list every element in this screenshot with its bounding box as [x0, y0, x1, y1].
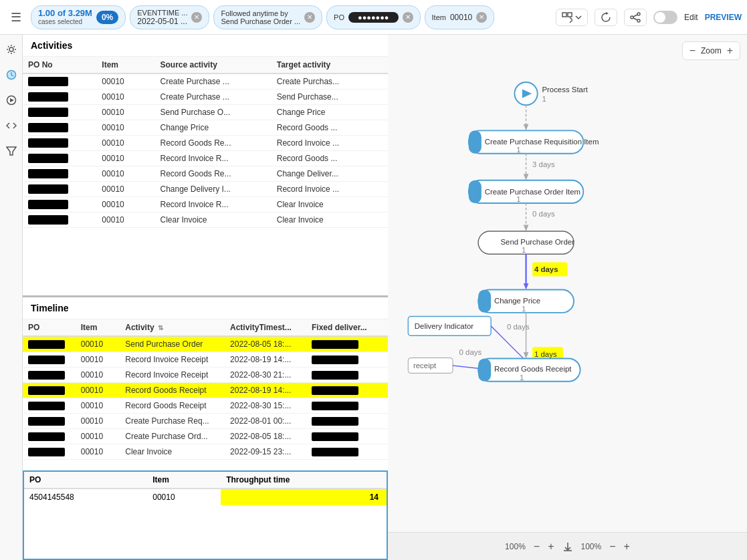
- refresh-icon-btn[interactable]: [595, 9, 617, 26]
- tl-fixed-2: [306, 368, 388, 383]
- edge-delivery-goods: [491, 326, 526, 361]
- play-icon[interactable]: [2, 91, 21, 110]
- throughput-spacer: [24, 505, 387, 559]
- tl-activity-6: Create Purchase Ord...: [120, 429, 225, 444]
- followed-close[interactable]: ✕: [304, 12, 315, 23]
- act-item-5: 00010: [96, 151, 154, 166]
- activities-row-4: 00010Record Goods Re...Record Invoice ..…: [23, 136, 388, 151]
- act-target-7: Record Invoice ...: [272, 182, 388, 197]
- create-ord-count: 1: [516, 195, 520, 203]
- followed-chip[interactable]: Followed anytime bySend Purchase Order .…: [213, 5, 322, 29]
- edge-label-1day: 1 days: [534, 350, 557, 358]
- timeline-row-5: 00010Create Purchase Req...2022-08-01 00…: [23, 414, 388, 429]
- timeline-col-po[interactable]: PO: [23, 319, 76, 336]
- act-source-9: Clear Invoice: [154, 213, 271, 228]
- timeline-col-fixed[interactable]: Fixed deliver...: [306, 319, 388, 336]
- activities-row-6: 00010Record Goods Re...Change Deliver...: [23, 166, 388, 182]
- menu-icon[interactable]: ☰: [5, 7, 27, 27]
- act-source-6: Record Goods Re...: [154, 166, 271, 182]
- timeline-col-activity[interactable]: Activity ⇅: [120, 319, 225, 336]
- cases-chip[interactable]: 1.00 of 3.29M cases selected 0%: [31, 5, 126, 29]
- timeline-scroll[interactable]: PO Item Activity ⇅ ActivityTimest... Fix…: [23, 319, 388, 470]
- clock-icon[interactable]: [2, 65, 21, 84]
- throughput-col-item[interactable]: Item: [147, 472, 221, 488]
- share-icon-btn[interactable]: [624, 9, 647, 26]
- tl-timestamp-1: 2022-08-19 14:...: [225, 352, 306, 368]
- timeline-section: Timeline PO Item Activity ⇅ ActivityTime…: [23, 295, 388, 470]
- bottom-zoom-in[interactable]: +: [548, 541, 554, 553]
- activities-scroll[interactable]: PO No Item Source activity Target activi…: [23, 57, 388, 295]
- tl-timestamp-3: 2022-08-19 14:...: [225, 383, 306, 398]
- tl-po-2: [23, 368, 76, 383]
- arrow-ord-send: [524, 225, 529, 231]
- right-panel: − Zoom + Process Start 1 Create Purchase…: [388, 35, 747, 560]
- activities-body: 00010Create Purchase ...Create Purchas..…: [23, 74, 388, 228]
- activities-row-2: 00010Send Purchase O...Change Price: [23, 105, 388, 120]
- item-chip-value: 00010: [450, 13, 472, 22]
- cases-label: cases selected: [38, 18, 92, 26]
- code-icon[interactable]: [2, 116, 21, 135]
- tl-fixed-7: [306, 444, 388, 460]
- timeline-col-timestamp[interactable]: ActivityTimest...: [225, 319, 306, 336]
- create-ord-icon-bg: [469, 180, 482, 203]
- po-chip-value: ●●●●●●●: [348, 12, 399, 23]
- po-chip[interactable]: PO ●●●●●●● ✕: [326, 5, 420, 29]
- tp-po-0: 4504145548: [24, 488, 147, 505]
- arrow-send-change: [524, 283, 529, 290]
- svg-rect-0: [562, 13, 566, 17]
- tl-timestamp-2: 2022-08-30 21:...: [225, 368, 306, 383]
- tl-fixed-3: [306, 383, 388, 398]
- throughput-section: PO Item Throughput time 4504145548000101…: [23, 470, 388, 560]
- po-close[interactable]: ✕: [403, 12, 413, 23]
- zoom-out-button[interactable]: −: [689, 45, 696, 57]
- act-target-1: Send Purchase...: [272, 90, 388, 105]
- zoom-bar: − Zoom +: [682, 41, 740, 60]
- activities-row-0: 00010Create Purchase ...Create Purchas..…: [23, 74, 388, 90]
- col-po-no[interactable]: PO No: [23, 57, 96, 74]
- download-icon[interactable]: [562, 541, 573, 552]
- timeline-row-0: 00010Send Purchase Order2022-08-05 18:..…: [23, 336, 388, 352]
- eventtime-chip[interactable]: EVENTTIME ...2022-05-01 ... ✕: [130, 5, 209, 29]
- throughput-col-time[interactable]: Throughput time: [221, 472, 387, 488]
- act-item-3: 00010: [96, 120, 154, 136]
- act-item-7: 00010: [96, 182, 154, 197]
- timeline-col-item[interactable]: Item: [76, 319, 120, 336]
- act-item-9: 00010: [96, 213, 154, 228]
- bottom-zoom-out2[interactable]: −: [609, 541, 615, 553]
- tl-item-4: 00010: [76, 398, 120, 414]
- act-po-4: [23, 136, 96, 151]
- act-po-6: [23, 166, 96, 182]
- act-item-2: 00010: [96, 105, 154, 120]
- act-source-2: Send Purchase O...: [154, 105, 271, 120]
- po-chip-label: PO: [334, 13, 344, 21]
- arrow-start-req: [524, 124, 529, 131]
- arrow-req-ord: [524, 174, 529, 180]
- record-goods-count: 1: [520, 374, 524, 382]
- svg-rect-1: [568, 13, 572, 17]
- bottom-zoom-in2[interactable]: +: [624, 541, 630, 553]
- item-close[interactable]: ✕: [476, 12, 487, 23]
- tl-po-6: [23, 429, 76, 444]
- layout-icon-btn[interactable]: [556, 9, 588, 26]
- sort-icon[interactable]: ⇅: [158, 324, 163, 331]
- edit-button[interactable]: Edit: [684, 13, 698, 22]
- settings-icon[interactable]: [2, 40, 21, 59]
- eventtime-close[interactable]: ✕: [191, 12, 202, 23]
- process-diagram: Process Start 1 Create Purchase Requisit…: [388, 68, 747, 527]
- col-item[interactable]: Item: [96, 57, 154, 74]
- tl-activity-2: Record Invoice Receipt: [120, 368, 225, 383]
- edge-label-3days: 3 days: [532, 160, 555, 168]
- zoom-in-button[interactable]: +: [727, 45, 733, 57]
- col-source[interactable]: Source activity: [154, 57, 271, 74]
- act-target-0: Create Purchas...: [272, 74, 388, 90]
- throughput-col-po[interactable]: PO: [24, 472, 147, 488]
- preview-button[interactable]: PREVIEW: [705, 13, 742, 22]
- col-target[interactable]: Target activity: [272, 57, 388, 74]
- tl-activity-1: Record Invoice Receipt: [120, 352, 225, 368]
- bottom-zoom-out[interactable]: −: [534, 541, 540, 553]
- act-source-0: Create Purchase ...: [154, 74, 271, 90]
- svg-point-7: [9, 47, 13, 51]
- filter-icon[interactable]: [2, 142, 21, 160]
- item-chip[interactable]: Item 00010 ✕: [425, 5, 495, 29]
- toggle-switch[interactable]: [653, 11, 677, 24]
